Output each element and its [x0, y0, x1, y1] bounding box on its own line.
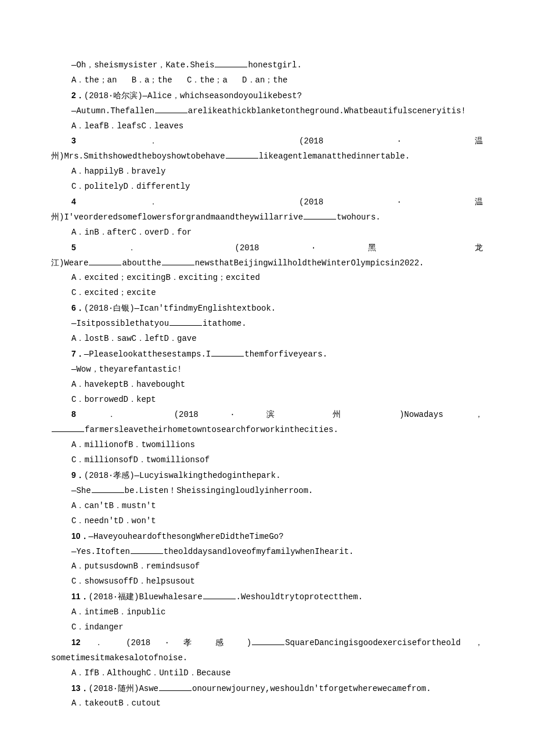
q5-line2: 江)WeareaboutthenewsthatBeijingwillholdth…: [51, 256, 483, 271]
text: C．politelyD．differently: [71, 182, 190, 191]
text: (2018·随州)Aswe: [89, 684, 158, 693]
q12-options: A．IfB．AlthoughC．UntilD．Because: [51, 666, 483, 681]
q13-stem: 13．(2018·随州)Asweonournewjourney,weshould…: [51, 681, 483, 697]
text: A．IfB．AlthoughC．UntilD．Because: [71, 668, 230, 678]
qnum: 7．: [71, 349, 84, 358]
dot: ．: [149, 136, 226, 146]
text: twohours.: [337, 213, 381, 222]
dot: ．: [107, 410, 142, 419]
text: A．excited；excitingB．exciting；excited: [71, 273, 260, 282]
blank: [155, 105, 187, 113]
text: A．millionofB．twomillions: [71, 440, 195, 449]
src: (2018 · 孝 感 ): [126, 638, 251, 647]
q3-opt-b: C．politelyD．differently: [51, 179, 483, 195]
text: A．takeoutB．cutout: [71, 699, 161, 708]
text: —Wow，theyarefantastic!: [71, 365, 182, 374]
q2-stem: 2．(2018·哈尔滨)—Alice，whichseasondoyoulikeb…: [51, 88, 483, 104]
text: honestgirl.: [248, 60, 301, 70]
text: itathome.: [203, 319, 247, 328]
src: (2018 · 温: [299, 136, 483, 146]
opt-b: B．a；the: [132, 75, 172, 85]
text: A．happilyB．bravely: [71, 167, 165, 176]
opt-c: C．the；a: [187, 75, 228, 85]
opt-a: A．the；an: [71, 75, 117, 85]
text: A．lostB．sawC．leftD．gave: [71, 334, 197, 343]
blank: [159, 682, 192, 691]
dot: ．: [95, 638, 112, 647]
blank: [203, 591, 236, 599]
text: A．putsusdownB．remindsusof: [71, 561, 200, 571]
qnum: 8: [71, 409, 76, 419]
text: theolddaysandloveofmyfamilywhenIhearit.: [164, 547, 354, 556]
src: (2018 · 黑 龙: [235, 243, 483, 253]
qnum: 13．: [71, 683, 89, 693]
blank: [131, 545, 163, 554]
q8-opt-b: C．millionsofD．twomillionsof: [51, 453, 483, 468]
text: aboutthe: [122, 258, 161, 268]
opts: A．leafB．leafsC．leaves: [71, 121, 183, 131]
opt-d: D．an；the: [242, 75, 287, 85]
q7-opt-b: C．borrowedD．kept: [51, 393, 483, 408]
q9-opt-a: A．can'tB．mustn't: [51, 499, 483, 514]
dot: ．: [149, 197, 226, 207]
text: farmersleavetheirhometowntosearchforwork…: [85, 425, 338, 434]
text: C．borrowedD．kept: [71, 395, 156, 404]
text: —Oh，sheismysister，Kate.Sheis: [71, 60, 214, 70]
text: —Pleaselookatthesestamps.I: [84, 350, 211, 359]
text: A．havekeptB．havebought: [71, 380, 185, 389]
src: (2018 · 滨 州 )Nowadays ，: [174, 410, 483, 419]
src: (2018 · 温: [299, 197, 483, 207]
qnum: 5: [71, 243, 76, 252]
q7-opt-a: A．havekeptB．havebought: [51, 377, 483, 393]
text: SquareDancingisgoodexercisefortheold ，: [285, 638, 483, 647]
q11-opt-b: C．indanger: [51, 620, 483, 635]
q10-opt-b: C．showsusoffD．helpsusout: [51, 574, 483, 589]
blank: [211, 348, 244, 357]
q7-reply: —Wow，theyarefantastic!: [51, 362, 483, 377]
text: 江)Weare: [51, 258, 88, 268]
q3-line2: 州)Mrs.Smithshowedtheboyshowtobehavelikea…: [51, 149, 483, 164]
q12-line2: sometimesitmakesalotofnoise.: [51, 651, 483, 666]
q9-stem: 9．(2018·孝感)—Lucyiswalkingthedoginthepark…: [51, 468, 483, 484]
text: C．millionsofD．twomillionsof: [71, 455, 210, 465]
text: C．indanger: [71, 622, 124, 632]
q5-opt-b: C．excited；excite: [51, 286, 483, 301]
blank: [226, 150, 258, 159]
document-page: —Oh，sheismysister，Kate.Sheishonestgirl. …: [0, 0, 534, 746]
q1-dialog: —Oh，sheismysister，Kate.Sheishonestgirl.: [51, 58, 483, 73]
text: 州)Mrs.Smithshowedtheboyshowtobehave: [51, 152, 225, 161]
q1-options: A．the；an B．a；the C．the；a D．an；the: [51, 73, 483, 88]
blank: [52, 423, 84, 432]
qnum: 9．: [71, 470, 84, 480]
blank: [92, 484, 124, 493]
text: (2018·白银)—Ican'tfindmyEnglishtextbook.: [84, 304, 276, 313]
q6-options: A．lostB．sawC．leftD．gave: [51, 332, 483, 347]
text: C．showsusoffD．helpsusout: [71, 577, 195, 586]
q2-dialog: —Autumn.Thefallenarelikeathickblanketont…: [51, 104, 483, 119]
text: .Weshouldtrytoprotectthem.: [236, 592, 363, 602]
text: —Autumn.Thefallen: [71, 106, 154, 116]
qnum: 4: [71, 197, 76, 206]
q9-dialog: —Shebe.Listen！Sheissingingloudlyinherroo…: [51, 484, 483, 499]
qnum: 6．: [71, 303, 84, 312]
q10-opt-a: A．putsusdownB．remindsusof: [51, 559, 483, 574]
qnum: 10．: [71, 531, 89, 541]
q8-opt-a: A．millionofB．twomillions: [51, 438, 483, 453]
blank: [169, 317, 202, 326]
text: —HaveyouheardofthesongWhereDidtheTimeGo?: [89, 532, 284, 541]
blank: [215, 59, 247, 67]
text: likeagentlemanatthedinnertable.: [259, 152, 410, 161]
qnum: 3: [71, 136, 76, 145]
q9-opt-b: C．needn'tD．won't: [51, 514, 483, 529]
q3-opt-a: A．happilyB．bravely: [51, 164, 483, 179]
blank: [304, 211, 336, 219]
text: onournewjourney,weshouldn'tforgetwherewe…: [192, 684, 431, 693]
q6-stem: 6．(2018·白银)—Ican'tfindmyEnglishtextbook.: [51, 301, 483, 316]
q11-opt-a: A．intimeB．inpublic: [51, 605, 483, 620]
text: —Yes.Itoften: [71, 547, 130, 556]
q12-line1: 12 ． (2018 · 孝 感 )SquareDancingisgoodexe…: [51, 635, 483, 651]
q10-stem: 10．—HaveyouheardofthesongWhereDidtheTime…: [51, 529, 483, 545]
q5-line1: 5 ． (2018 · 黑 龙: [51, 240, 483, 256]
text: —Isitpossiblethatyou: [71, 319, 169, 328]
text: newsthatBeijingwillholdtheWinterOlympics…: [195, 258, 424, 268]
